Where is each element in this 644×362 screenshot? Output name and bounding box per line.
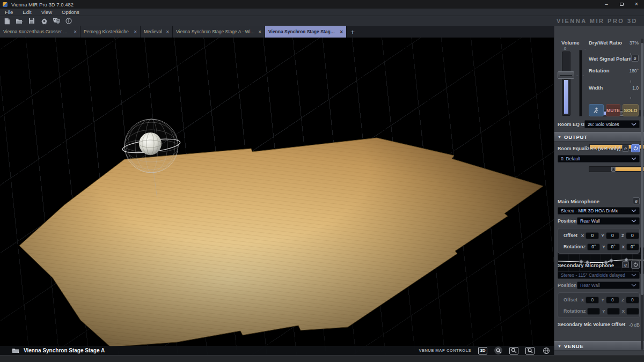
view-3d-toggle-button[interactable]: 3D bbox=[478, 347, 487, 354]
main-mic-transform-box: Offset X 0 Y 0 Z 0 Rotation Z 0° Y 0° X … bbox=[558, 228, 640, 254]
solo-button[interactable]: SOLO bbox=[623, 104, 639, 116]
save-button[interactable] bbox=[26, 17, 37, 25]
secondary-mic-type-dropdown[interactable]: Stereo - 115° Cardioids delayed bbox=[558, 271, 640, 279]
new-file-button[interactable] bbox=[2, 17, 12, 25]
collapse-arrow-icon: ▼ bbox=[558, 344, 561, 348]
main-mic-rot-z[interactable]: 0° bbox=[587, 243, 600, 250]
level-meter bbox=[579, 50, 582, 116]
chevron-down-icon bbox=[631, 219, 636, 223]
tab-pernegg[interactable]: Pernegg Klosterkirche × bbox=[80, 26, 141, 38]
app-icon bbox=[3, 2, 8, 7]
main-mic-rot-y[interactable]: 0° bbox=[607, 243, 620, 250]
tab-synchron-stage-a[interactable]: Vienna Synchron Stage Stage A × bbox=[265, 26, 347, 38]
main-mic-offset-label: Offset bbox=[564, 233, 581, 238]
secondary-mic-rot-z[interactable] bbox=[587, 308, 600, 315]
main-mic-type-dropdown[interactable]: Stereo - MIR 3D HOA DnMx bbox=[558, 207, 640, 215]
zoom-all-icon bbox=[527, 348, 533, 353]
app-window: Vienna MIR Pro 3D 7.0.482 – × File Edit … bbox=[0, 0, 644, 362]
close-button[interactable]: × bbox=[629, 0, 644, 9]
tab-close-icon[interactable]: × bbox=[130, 29, 137, 35]
main-mic-edit-button[interactable]: e bbox=[633, 197, 640, 204]
masks-icon bbox=[53, 18, 61, 24]
output-section-header[interactable]: ▼ OUTPUT bbox=[554, 132, 644, 142]
width-slider[interactable] bbox=[589, 166, 644, 172]
maximize-button[interactable] bbox=[614, 0, 629, 9]
tab-close-icon[interactable]: × bbox=[255, 29, 261, 35]
tab-medieval[interactable]: Medieval × bbox=[141, 26, 173, 38]
stage-masks-button[interactable] bbox=[51, 17, 62, 25]
tab-bar: Vienna Konzerthaus Grosser Saal × Perneg… bbox=[0, 26, 554, 38]
menu-file[interactable]: File bbox=[0, 9, 18, 15]
venue-3d-viewport[interactable]: Vienna Synchron Stage Stage A VENUE MAP … bbox=[0, 38, 554, 355]
volume-slider-fill bbox=[564, 80, 568, 114]
rotation-center-tick bbox=[631, 80, 631, 83]
viewport-status-bar: Vienna Synchron Stage Stage A VENUE MAP … bbox=[0, 346, 554, 355]
chevron-down-icon bbox=[631, 123, 636, 126]
secondary-mic-position-label: Position bbox=[558, 283, 577, 288]
zoom-to-selection-button[interactable] bbox=[509, 347, 518, 354]
main-mic-offset-x[interactable]: 0 bbox=[586, 232, 599, 239]
secondary-mic-offset-label: Offset bbox=[564, 297, 581, 302]
chevron-down-icon bbox=[631, 157, 636, 160]
dry-wet-label: Dry/Wet Ratio bbox=[589, 40, 622, 46]
chevron-down-icon bbox=[631, 274, 636, 277]
zoom-selection-icon bbox=[511, 348, 517, 353]
instrument-character-button[interactable] bbox=[589, 104, 604, 116]
secondary-mic-rot-y[interactable] bbox=[607, 308, 620, 315]
tab-vienna-konzerthaus[interactable]: Vienna Konzerthaus Grosser Saal × bbox=[0, 26, 80, 38]
menu-options[interactable]: Options bbox=[57, 9, 84, 15]
settings-button[interactable] bbox=[39, 17, 49, 25]
secondary-mic-offset-x[interactable]: 0 bbox=[586, 297, 599, 304]
viewport-vignette bbox=[0, 38, 554, 355]
secondary-mic-transform-box: Offset X 0 Y 0 Z 0 Rotation Z Y X bbox=[558, 292, 640, 318]
main-mic-rot-x[interactable]: 0° bbox=[626, 243, 639, 250]
width-handle[interactable] bbox=[611, 167, 616, 172]
room-eq-power-button[interactable] bbox=[631, 144, 640, 152]
mute-button[interactable]: MUTE bbox=[606, 104, 620, 116]
main-mic-offset-z[interactable]: 0 bbox=[626, 232, 639, 239]
secondary-mic-power-button[interactable] bbox=[631, 261, 640, 269]
zoom-to-all-button[interactable] bbox=[525, 347, 535, 354]
rotation-label: Rotation bbox=[589, 68, 610, 73]
room-eq-label: Room Equalizers (wet only) bbox=[558, 146, 621, 151]
secondary-mic-offset-z[interactable]: 0 bbox=[626, 297, 639, 304]
venue-map-controls-label: VENUE MAP CONTROLS bbox=[419, 348, 471, 353]
secondary-mic-offset-y[interactable]: 0 bbox=[606, 297, 619, 304]
volume-label: Volume bbox=[561, 40, 580, 46]
main-mic-offset-y[interactable]: 0 bbox=[606, 232, 619, 239]
main-mic-position-dropdown[interactable]: Rear Wall bbox=[577, 217, 640, 225]
room-eq-edit-button[interactable]: e bbox=[622, 145, 629, 152]
tab-close-icon[interactable]: × bbox=[70, 29, 77, 35]
tab-close-icon[interactable]: × bbox=[163, 29, 169, 35]
menu-view[interactable]: View bbox=[36, 9, 57, 15]
venue-section-header[interactable]: ▼ VENUE bbox=[554, 341, 644, 351]
main-mic-position-label: Position bbox=[558, 218, 577, 224]
room-eq-grp-dropdown[interactable]: 26: Solo Voices bbox=[584, 120, 640, 128]
secondary-mic-edit-button[interactable]: e bbox=[622, 261, 629, 268]
menu-edit[interactable]: Edit bbox=[18, 9, 36, 15]
room-eq-preset-dropdown[interactable]: 0: Default bbox=[558, 155, 640, 162]
zoom-tool-button[interactable] bbox=[494, 346, 502, 354]
secondary-mic-rot-x[interactable] bbox=[626, 308, 639, 315]
dry-wet-value: 37% bbox=[630, 40, 639, 46]
panel-scrollbar-thumb[interactable] bbox=[641, 43, 643, 295]
info-button[interactable] bbox=[63, 17, 74, 25]
tab-synchron-wide[interactable]: Vienna Synchron Stage Stage A - Wide × bbox=[173, 26, 265, 38]
orbit-view-button[interactable] bbox=[541, 347, 551, 354]
volume-slider-handle[interactable] bbox=[558, 71, 574, 79]
width-center-tick bbox=[631, 97, 631, 99]
menu-bar: File Edit View Options bbox=[0, 9, 644, 16]
secondary-mic-position-dropdown[interactable]: Rear Wall bbox=[577, 282, 640, 289]
add-tab-button[interactable]: + bbox=[347, 26, 358, 38]
tab-close-icon[interactable]: × bbox=[336, 29, 343, 35]
secondary-mic-volume-offset-label: Secondary Mic Volume Offset bbox=[558, 322, 625, 327]
volume-scale-top: -0 bbox=[562, 46, 566, 51]
polarity-button[interactable]: ø bbox=[631, 55, 639, 62]
minimize-button[interactable]: – bbox=[599, 0, 614, 9]
volume-slider[interactable] bbox=[562, 51, 570, 116]
title-bar: Vienna MIR Pro 3D 7.0.482 – × bbox=[0, 0, 644, 9]
panel-scrollbar[interactable] bbox=[641, 39, 643, 350]
toolbar: VIENNA MIR PRO 3D bbox=[0, 16, 644, 26]
app-logo: VIENNA MIR PRO 3D bbox=[557, 18, 638, 24]
open-button[interactable] bbox=[14, 17, 25, 25]
